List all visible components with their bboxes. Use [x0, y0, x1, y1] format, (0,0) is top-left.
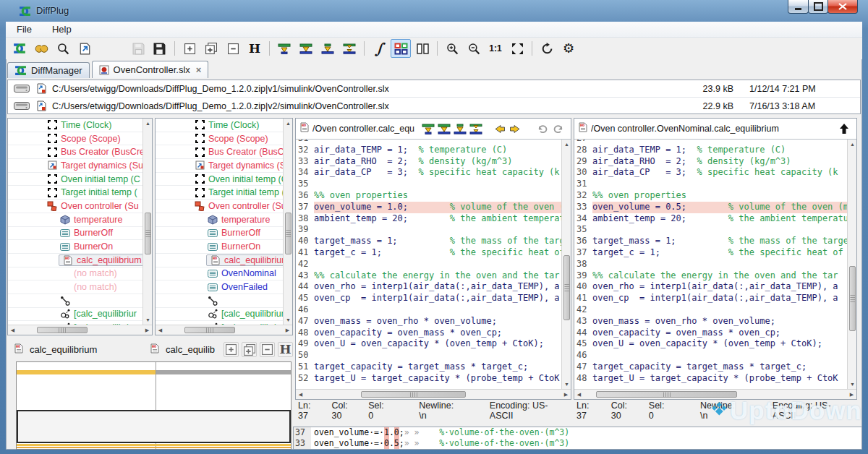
- code-line[interactable]: 51target_capacity = target_mass * target…: [296, 361, 561, 373]
- file-row-v1[interactable]: C:/Users/etwigg/Downloads/DiffPlug_Demo_…: [8, 80, 860, 97]
- collapse-all-button[interactable]: [223, 39, 243, 58]
- tree-item[interactable]: BurnerOff: [156, 227, 283, 241]
- nav-prev-icon[interactable]: [491, 121, 507, 136]
- code-line[interactable]: 36target_mass = 1; % the mass of the tar…: [574, 236, 847, 247]
- tab-ovencontroller[interactable]: OvenController.slx ×: [92, 61, 209, 78]
- close-button[interactable]: [827, 0, 858, 14]
- code-line[interactable]: 31: [574, 179, 847, 190]
- tree-item[interactable]: Oven controller (Sul: [156, 200, 283, 213]
- tree-item[interactable]: OvenFailed: [156, 280, 283, 294]
- vertical-scrollbar[interactable]: ▲▼: [847, 140, 856, 389]
- code-line[interactable]: 27: [574, 140, 847, 145]
- code-line[interactable]: 43oven_mass = oven_rho * oven_volume;: [574, 316, 847, 327]
- code-line[interactable]: 46: [296, 304, 561, 316]
- tree-item[interactable]: temperature: [8, 213, 142, 227]
- tree-item[interactable]: Bus Creator (BusCre: [156, 145, 283, 159]
- tree-item[interactable]: Scope (Scope): [156, 132, 283, 146]
- tree-item[interactable]: (no match): [8, 280, 142, 294]
- merge-push-all-button[interactable]: [339, 39, 359, 58]
- merge-push-all-icon[interactable]: [468, 121, 484, 136]
- horizontal-scrollbar[interactable]: ◀▶: [296, 389, 571, 399]
- zoom-fit-button[interactable]: [507, 39, 527, 58]
- expand-all-button[interactable]: [224, 342, 239, 357]
- maximize-button[interactable]: [808, 0, 828, 14]
- code-line[interactable]: 52target_U = target_capacity * (probe_te…: [296, 373, 561, 385]
- code-line[interactable]: 38ambient_temp = 20; % the ambient tempe…: [296, 213, 561, 225]
- code-line[interactable]: 36%% oven properties: [296, 190, 561, 202]
- code-line[interactable]: 44oven_capacity = oven_mass * oven_cp;: [574, 327, 847, 339]
- tree-item[interactable]: Target initial temp (: [156, 186, 283, 200]
- column-view-button[interactable]: [412, 39, 433, 58]
- code-line[interactable]: 41target_c = 1; % the specific heat of: [296, 247, 561, 259]
- tree-item[interactable]: HOcalc_equilibrium: [8, 254, 142, 267]
- map-viewport[interactable]: [17, 410, 291, 443]
- code-line[interactable]: 39%% calculate the energy in the oven an…: [574, 270, 847, 282]
- expand-all-button[interactable]: [179, 39, 200, 58]
- code-editor[interactable]: 3132air_data_TEMP = 1; % temperature (C)…: [296, 140, 561, 389]
- tree-item[interactable]: Target dynamics (Su: [156, 159, 283, 173]
- code-line[interactable]: 32air_data_TEMP = 1; % temperature (C): [296, 145, 561, 156]
- redo-icon[interactable]: [550, 121, 566, 136]
- scroll-to-top-icon[interactable]: [836, 121, 852, 136]
- code-line[interactable]: 33oven_volume = 0.5; % volume of the ove…: [574, 202, 847, 213]
- tree-item[interactable]: [calc_equilibriur: [8, 308, 142, 322]
- collapse-all-button[interactable]: [260, 342, 275, 357]
- vertical-scrollbar[interactable]: ▲▼: [142, 119, 152, 325]
- tree-item[interactable]: [8, 294, 142, 308]
- tree-item[interactable]: HOcalc_equilibrium: [156, 254, 283, 267]
- tree-item[interactable]: BurnerOn: [156, 240, 283, 254]
- code-line[interactable]: 40oven_rho = interp1(air_data(:,air_data…: [574, 281, 847, 293]
- tab-diffmanager[interactable]: DiffManager: [7, 62, 90, 78]
- code-line[interactable]: 47target_capacity = target_mass * target…: [574, 361, 847, 373]
- file-row-v2[interactable]: C:/Users/etwigg/Downloads/DiffPlug_Demo_…: [8, 97, 860, 114]
- code-line[interactable]: 28air_data_TEMP = 1; % temperature (C): [574, 145, 847, 156]
- tab-close-icon[interactable]: ×: [196, 64, 202, 75]
- code-line[interactable]: 37target_c = 1; % the specific heat of: [574, 247, 847, 259]
- tree-item[interactable]: [156, 294, 283, 308]
- code-line[interactable]: 29air_data_RHO = 2; % density (kg/m^3): [574, 156, 847, 168]
- menu-file[interactable]: File: [13, 23, 35, 35]
- save-all-button[interactable]: [150, 39, 170, 58]
- code-line[interactable]: 40target_mass = 1; % the mass of the tar…: [296, 236, 561, 247]
- code-line[interactable]: 37oven_volume = 1.0; % volume of the ove…: [296, 202, 561, 213]
- nav-next-icon[interactable]: [507, 121, 523, 136]
- code-line[interactable]: 33air_data_RHO = 2; % density (kg/m^3): [296, 156, 561, 168]
- diff-overview-map[interactable]: [16, 361, 292, 450]
- menu-help[interactable]: Help: [48, 23, 75, 35]
- copy-add-button[interactable]: [242, 342, 257, 357]
- diffplug-home-button[interactable]: [9, 39, 30, 58]
- horizontal-scrollbar[interactable]: ◀▶: [156, 325, 292, 335]
- merge-accept-down-button[interactable]: [296, 39, 316, 58]
- zoom-out-button[interactable]: [464, 39, 484, 58]
- tree-item[interactable]: BurnerOn: [8, 240, 142, 254]
- code-editor[interactable]: 2728air_data_TEMP = 1; % temperature (C)…: [574, 140, 847, 389]
- copy-add-button[interactable]: [201, 39, 221, 58]
- merge-accept-up-button[interactable]: [274, 39, 294, 58]
- code-line[interactable]: 31: [296, 140, 561, 145]
- search-button[interactable]: [53, 39, 73, 58]
- refresh-button[interactable]: [537, 39, 557, 58]
- merge-accept-down-icon[interactable]: [436, 121, 452, 136]
- tree-item[interactable]: (no match): [8, 267, 142, 281]
- code-line[interactable]: 34air_data_CP = 3; % specific heat capac…: [296, 167, 561, 179]
- code-line[interactable]: 39: [296, 224, 561, 236]
- code-line[interactable]: 47oven_mass = oven_rho * oven_volume;: [296, 316, 561, 327]
- code-line[interactable]: 42: [296, 259, 561, 270]
- code-line[interactable]: 34ambient_temp = 20; % the ambient tempe…: [574, 213, 847, 225]
- code-line[interactable]: 48oven_capacity = oven_mass * oven_cp;: [296, 327, 561, 339]
- merge-push-down-button[interactable]: [318, 39, 338, 58]
- code-line[interactable]: 45oven_U = oven_capacity * (oven_temp + …: [574, 338, 847, 350]
- code-line[interactable]: 44oven_rho = interp1(air_data(:,air_data…: [296, 281, 561, 293]
- export-doc-button[interactable]: [75, 39, 95, 58]
- code-line[interactable]: 49oven_U = oven_capacity * (oven_temp + …: [296, 338, 561, 350]
- search-files-button[interactable]: [31, 39, 51, 58]
- tree-item[interactable]: [calc_equilibriur: [156, 308, 283, 322]
- settings-button[interactable]: ⚙: [558, 39, 579, 58]
- script-view-button[interactable]: ∫: [369, 39, 389, 58]
- undo-icon[interactable]: [535, 121, 550, 136]
- code-line[interactable]: 35: [296, 179, 561, 190]
- save-button[interactable]: [128, 39, 148, 58]
- merge-accept-up-icon[interactable]: [420, 121, 436, 136]
- code-line[interactable]: 42: [574, 304, 847, 316]
- zoom-in-button[interactable]: [442, 39, 462, 58]
